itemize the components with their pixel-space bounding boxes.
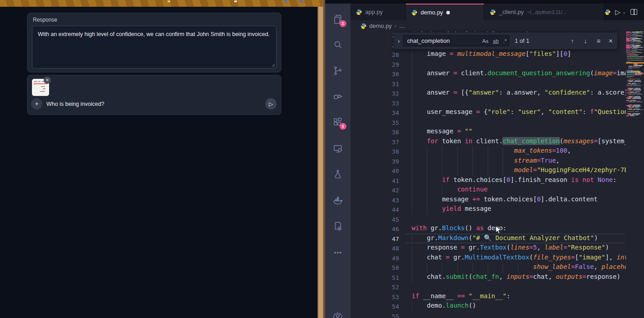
code-line[interactable]: for token in client.chat_completion(mess… [412,137,626,147]
minimap-line [627,98,631,99]
code-line[interactable]: user_message = {"role": "user", "content… [412,108,626,118]
minimap-line [633,66,638,67]
upload-button[interactable]: + [31,98,42,109]
code-line[interactable]: yield message [412,205,626,215]
minimap-line [635,107,639,108]
line-number: 27 [357,41,399,50]
extensions-icon[interactable]: 1 [332,117,343,127]
previous-match-button[interactable]: ↑ [567,32,577,50]
response-textarea[interactable]: With an extremely high level of confiden… [32,26,277,68]
code-line[interactable]: answer = client.document_question_answer… [412,69,626,79]
minimap-line [633,90,641,91]
minimap-line [626,36,631,37]
line-number: 48 [357,244,399,254]
remove-image-button[interactable]: ✕ [44,77,51,84]
line-number: 39 [357,157,399,167]
more-actions-icon[interactable] [332,247,343,258]
tab-app.py[interactable]: app.py [350,4,406,20]
code-line[interactable]: message = "" [412,127,626,137]
accounts-icon[interactable] [332,312,343,318]
minimap-line [629,53,634,54]
find-in-selection-button[interactable]: ≡ [594,32,603,50]
code-line[interactable]: stream=True, [412,157,626,167]
minimap-line [626,34,630,35]
minimap-line [629,55,634,55]
minimap-line [626,90,632,91]
minimap-line [636,52,642,53]
run-python-file-button[interactable]: ▷ [615,8,621,16]
code-editor[interactable]: 26def chat_fn(multimodal_message):2728 i… [350,20,626,318]
tab-demo.py[interactable]: demo.py [406,4,484,20]
vscode-window: 11>< _client.py~/.../python3.11/...demo.… [325,0,644,318]
vscode-titlebar [325,0,644,4]
resize-handle-icon[interactable] [271,63,275,67]
line-number: 54 [357,302,399,312]
code-line[interactable]: max_tokens=100, [412,147,626,157]
line-number: 31 [357,79,399,89]
code-line[interactable] [412,99,626,109]
find-results-count: 1 of 1 [515,37,530,44]
find-query-text[interactable]: chat_completion [404,37,480,44]
wallpaper-speck [300,0,303,2]
code-line[interactable]: chat.submit(chat_fn, inputs=chat, output… [412,273,626,283]
line-number: 44 [357,205,399,215]
minimap-line [629,79,635,80]
code-line[interactable]: continue [412,186,626,195]
code-line[interactable]: show_label=False, placeholder="Upload an… [412,263,626,273]
run-and-debug-icon[interactable] [332,91,343,102]
extensions-badge: 1 [340,123,346,130]
code-line[interactable]: response = gr.Textbox(lines=5, label="Re… [412,244,626,254]
chat-text-input[interactable]: Who is being invoiced? [46,101,104,107]
find-widget: › chat_completion Aa ab .* 1 of 1 ↑ ↓ ≡ … [394,32,618,50]
code-line[interactable]: chat = gr.MultimodalTextbox(file_types=[… [412,254,626,263]
find-input[interactable]: chat_completion Aa ab .* [403,35,509,46]
code-line[interactable] [412,215,626,225]
minimap-line [627,111,634,112]
activity-bar: 11>< [325,4,350,318]
explorer-icon[interactable]: 1 [332,14,343,25]
code-line[interactable]: if token.choices[0].finish_reason is not… [412,176,626,186]
minimap-line [630,51,638,52]
wallpaper-speck [168,0,170,2]
minimap[interactable] [626,20,644,318]
code-line[interactable]: if __name__ == "__main__": [412,292,626,302]
docker-icon[interactable] [332,195,343,206]
search-icon[interactable] [332,40,343,50]
code-line[interactable]: with gr.Blocks() as demo: [412,224,626,234]
tab-_client.py[interactable]: _client.py~/.../python3.11/... [484,4,604,20]
code-line[interactable]: image = multimodal_message["files"][0] [412,50,626,60]
testing-icon[interactable] [332,169,343,180]
close-find-button[interactable]: ✕ [606,32,616,50]
run-dropdown-chevron-icon[interactable]: ⌄ [622,9,626,14]
match-case-button[interactable]: Aa [480,38,490,44]
modified-dot-icon[interactable] [446,11,450,14]
split-editor-button[interactable] [630,9,637,15]
code-line[interactable]: answer = [{"answer": a.answer, "confiden… [412,89,626,99]
code-line[interactable] [412,118,626,128]
send-button[interactable]: ▷ [265,98,277,109]
line-number: 33 [357,99,399,109]
whole-word-button[interactable]: ab [491,38,501,44]
code-line[interactable] [412,60,626,70]
minimap-line [628,68,630,69]
regex-button[interactable]: .* [501,38,509,44]
minimap-line [639,60,643,61]
source-control-icon[interactable] [332,65,343,76]
code-line[interactable] [412,282,626,292]
code-line[interactable] [412,79,626,89]
code-line[interactable]: model="HuggingFaceH4/zephyr-7b-beta"): [412,166,626,176]
code-line[interactable]: gr.Markdown("# 🔍 Document Analyzer Chatb… [412,234,626,244]
next-match-button[interactable]: ↓ [581,32,590,50]
wallpaper-speck [234,0,237,2]
minimap-line [635,53,635,54]
line-number: 49 [357,254,399,263]
code-line[interactable] [412,312,626,318]
minimap-search-match-marker [626,62,644,64]
line-number: 26 [357,31,399,41]
find-collapse-chevron-icon[interactable]: › [398,37,400,45]
remote-explorer-icon[interactable]: >< [332,143,343,154]
file-settings-icon[interactable] [332,221,343,232]
code-line[interactable]: demo.launch() [412,302,626,312]
minimap-line [633,76,634,77]
code-line[interactable]: message += token.choices[0].delta.conten… [412,195,626,205]
